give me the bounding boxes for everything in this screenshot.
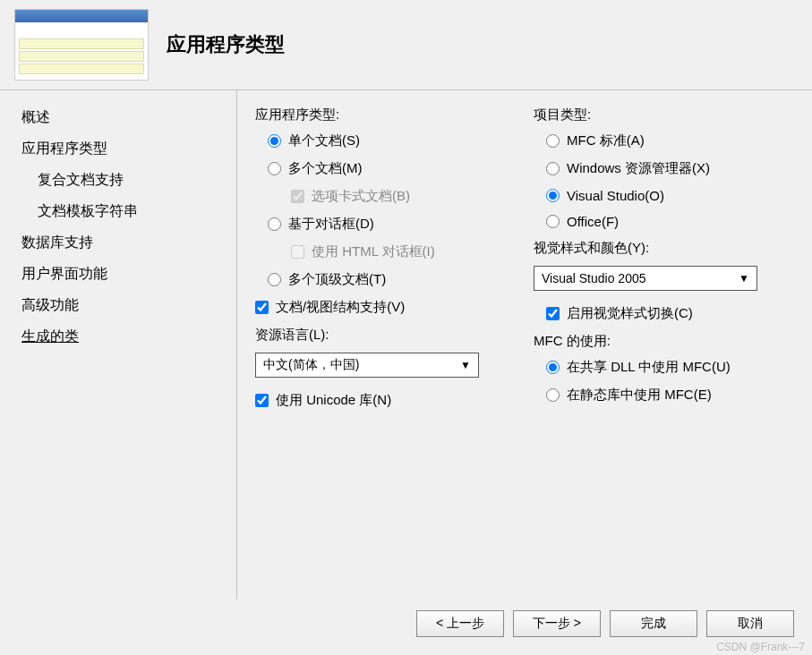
radio-static-lib-row: 在静态库中使用 MFC(E) bbox=[534, 387, 794, 404]
radio-win-explorer[interactable] bbox=[546, 162, 560, 175]
radio-win-explorer-row: Windows 资源管理器(X) bbox=[534, 160, 794, 177]
proj-type-label: 项目类型: bbox=[534, 106, 794, 123]
radio-mfc-std-row: MFC 标准(A) bbox=[534, 132, 794, 149]
radio-shared-dll-label[interactable]: 在共享 DLL 中使用 MFC(U) bbox=[567, 359, 731, 376]
radio-visual-studio-row: Visual Studio(O) bbox=[534, 188, 794, 203]
select-resource-language[interactable]: 中文(简体，中国) ▼ bbox=[255, 353, 479, 378]
radio-dialog-row: 基于对话框(D) bbox=[255, 216, 516, 233]
check-tabbed-doc-label: 选项卡式文档(B) bbox=[312, 188, 410, 205]
page-title: 应用程序类型 bbox=[167, 31, 285, 58]
select-visual-style[interactable]: Visual Studio 2005 ▼ bbox=[534, 266, 757, 291]
radio-office-row: Office(F) bbox=[534, 214, 794, 229]
mfc-use-label: MFC 的使用: bbox=[534, 333, 794, 350]
next-button[interactable]: 下一步 > bbox=[513, 610, 601, 637]
radio-multi-doc-row: 多个文档(M) bbox=[255, 160, 516, 177]
header-preview-image bbox=[14, 9, 149, 81]
radio-single-doc-label[interactable]: 单个文档(S) bbox=[288, 132, 360, 149]
content-area: 应用程序类型: 单个文档(S) 多个文档(M) 选项卡式文档(B) 基于对话框(… bbox=[237, 90, 812, 600]
app-type-label: 应用程序类型: bbox=[255, 106, 516, 123]
radio-visual-studio-label[interactable]: Visual Studio(O) bbox=[567, 188, 664, 203]
radio-single-doc[interactable] bbox=[268, 134, 281, 148]
sidebar-item-generated-classes[interactable]: 生成的类 bbox=[21, 328, 215, 346]
res-lang-label: 资源语言(L): bbox=[255, 327, 516, 344]
check-unicode-label[interactable]: 使用 Unicode 库(N) bbox=[276, 392, 391, 409]
radio-office[interactable] bbox=[546, 215, 560, 228]
sidebar-item-overview[interactable]: 概述 bbox=[21, 108, 215, 127]
sidebar-item-advanced[interactable]: 高级功能 bbox=[21, 296, 215, 315]
sidebar-item-app-type[interactable]: 应用程序类型 bbox=[21, 140, 215, 158]
check-doc-view-row: 文档/视图结构支持(V) bbox=[255, 299, 516, 316]
check-enable-switch-row: 启用视觉样式切换(C) bbox=[534, 305, 794, 322]
check-unicode[interactable] bbox=[255, 394, 269, 407]
radio-office-label[interactable]: Office(F) bbox=[567, 214, 619, 229]
cancel-button[interactable]: 取消 bbox=[706, 610, 794, 637]
select-resource-language-value: 中文(简体，中国) bbox=[263, 357, 359, 373]
sidebar: 概述 应用程序类型 复合文档支持 文档模板字符串 数据库支持 用户界面功能 高级… bbox=[0, 90, 237, 600]
radio-visual-studio[interactable] bbox=[546, 189, 560, 202]
header: 应用程序类型 bbox=[0, 0, 812, 89]
watermark: CSDN @Frank---7 bbox=[716, 641, 805, 653]
radio-dialog-label[interactable]: 基于对话框(D) bbox=[288, 216, 374, 233]
right-column: 项目类型: MFC 标准(A) Windows 资源管理器(X) Visual … bbox=[534, 106, 794, 583]
chevron-down-icon: ▼ bbox=[739, 272, 749, 285]
visual-style-label: 视觉样式和颜色(Y): bbox=[534, 240, 794, 257]
check-doc-view-label[interactable]: 文档/视图结构支持(V) bbox=[276, 299, 405, 316]
sidebar-item-database[interactable]: 数据库支持 bbox=[21, 234, 215, 252]
radio-multi-doc[interactable] bbox=[268, 162, 281, 175]
radio-win-explorer-label[interactable]: Windows 资源管理器(X) bbox=[567, 160, 710, 177]
left-column: 应用程序类型: 单个文档(S) 多个文档(M) 选项卡式文档(B) 基于对话框(… bbox=[255, 106, 534, 583]
check-html-dialog-label: 使用 HTML 对话框(I) bbox=[312, 243, 435, 260]
radio-dialog[interactable] bbox=[268, 217, 281, 231]
check-tabbed-doc-row: 选项卡式文档(B) bbox=[255, 188, 516, 205]
sidebar-item-ui-features[interactable]: 用户界面功能 bbox=[21, 265, 215, 284]
radio-single-doc-row: 单个文档(S) bbox=[255, 132, 516, 149]
radio-static-lib-label[interactable]: 在静态库中使用 MFC(E) bbox=[567, 387, 712, 404]
radio-static-lib[interactable] bbox=[546, 388, 560, 402]
radio-multi-top-label[interactable]: 多个顶级文档(T) bbox=[288, 271, 386, 288]
radio-mfc-std-label[interactable]: MFC 标准(A) bbox=[567, 132, 645, 149]
check-enable-switch-label[interactable]: 启用视觉样式切换(C) bbox=[567, 305, 693, 322]
chevron-down-icon: ▼ bbox=[460, 359, 471, 371]
main-area: 概述 应用程序类型 复合文档支持 文档模板字符串 数据库支持 用户界面功能 高级… bbox=[0, 90, 812, 600]
radio-multi-top-row: 多个顶级文档(T) bbox=[255, 271, 516, 288]
radio-multi-top[interactable] bbox=[268, 273, 281, 286]
check-tabbed-doc bbox=[291, 190, 304, 203]
wizard-dialog: 应用程序类型 概述 应用程序类型 复合文档支持 文档模板字符串 数据库支持 用户… bbox=[0, 0, 812, 655]
check-html-dialog-row: 使用 HTML 对话框(I) bbox=[255, 243, 516, 260]
sidebar-item-doc-template[interactable]: 文档模板字符串 bbox=[21, 202, 215, 221]
check-doc-view[interactable] bbox=[255, 301, 269, 314]
check-html-dialog bbox=[291, 245, 304, 259]
radio-multi-doc-label[interactable]: 多个文档(M) bbox=[288, 160, 363, 177]
select-visual-style-value: Visual Studio 2005 bbox=[542, 271, 646, 285]
radio-mfc-std[interactable] bbox=[546, 134, 560, 148]
sidebar-item-compound-doc[interactable]: 复合文档支持 bbox=[21, 171, 215, 190]
footer: < 上一步 下一步 > 完成 取消 CSDN @Frank---7 bbox=[0, 600, 812, 655]
radio-shared-dll-row: 在共享 DLL 中使用 MFC(U) bbox=[534, 359, 794, 376]
check-unicode-row: 使用 Unicode 库(N) bbox=[255, 392, 516, 409]
finish-button[interactable]: 完成 bbox=[610, 610, 697, 637]
prev-button[interactable]: < 上一步 bbox=[416, 610, 504, 637]
radio-shared-dll[interactable] bbox=[546, 361, 560, 374]
check-enable-switch[interactable] bbox=[546, 307, 560, 320]
